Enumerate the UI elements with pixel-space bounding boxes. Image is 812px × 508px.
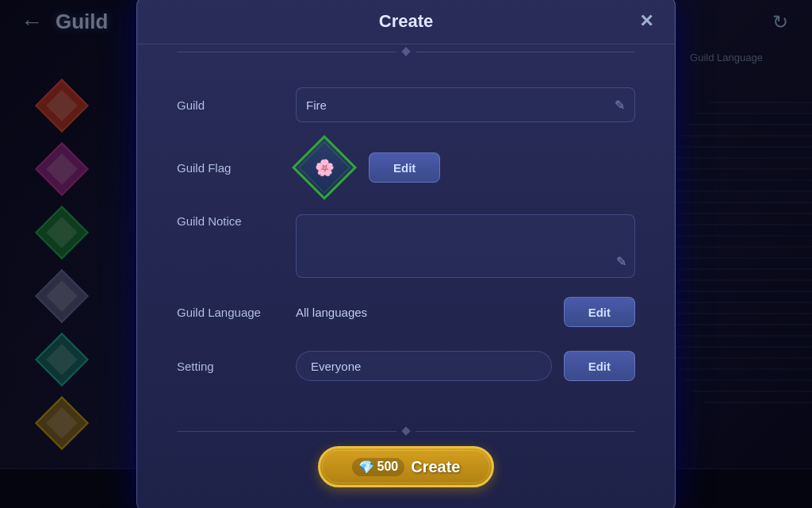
modal-title: Create — [379, 11, 433, 32]
guild-setting-content: Everyone Edit — [296, 351, 635, 381]
guild-notice-label: Guild Notice — [177, 214, 296, 228]
guild-flag-content: 🌸 Edit — [296, 139, 635, 196]
cost-number: 500 — [377, 460, 399, 474]
guild-setting-label: Setting — [177, 360, 296, 373]
setting-edit-button[interactable]: Edit — [564, 351, 635, 381]
create-guild-modal: Create ✕ Guild Fire ✎ Guild Flag — [136, 0, 676, 508]
guild-flag-label: Guild Flag — [177, 161, 296, 175]
flag-edit-button[interactable]: Edit — [369, 152, 440, 183]
modal-body: Guild Fire ✎ Guild Flag 🌸 Edit — [137, 69, 675, 416]
notice-area: ✎ — [296, 214, 635, 278]
guild-notice-row: Guild Notice ✎ — [177, 210, 635, 278]
modal-create-button[interactable]: 💎 500 Create — [318, 446, 495, 487]
footer-sep-line-right — [416, 431, 635, 432]
sep-line-right — [416, 52, 635, 52]
guild-language-content: All languages Edit — [296, 297, 635, 327]
setting-value-box: Everyone — [296, 351, 552, 381]
modal-footer-separator — [137, 428, 675, 434]
footer-sep-diamond — [401, 426, 410, 435]
guild-notice-field[interactable]: ✎ — [296, 214, 635, 278]
modal-footer: 💎 500 Create — [137, 446, 675, 487]
guild-language-row: Guild Language All languages Edit — [177, 292, 635, 332]
cost-badge: 💎 500 — [352, 458, 405, 476]
guild-name-edit-icon[interactable]: ✎ — [615, 98, 625, 113]
guild-name-value: Fire — [306, 98, 615, 112]
guild-language-value: All languages — [296, 306, 552, 319]
guild-name-content: Fire ✎ — [296, 87, 635, 122]
notice-edit-icon[interactable]: ✎ — [616, 254, 626, 269]
create-label: Create — [411, 458, 460, 476]
modal-top-separator — [137, 48, 675, 55]
guild-setting-row: Setting Everyone Edit — [177, 346, 635, 386]
sep-diamond — [401, 47, 410, 56]
guild-name-label: Guild — [177, 98, 296, 112]
guild-flag-row: Guild Flag 🌸 Edit — [177, 139, 635, 196]
guild-name-field[interactable]: Fire ✎ — [296, 87, 635, 122]
guild-name-row: Guild Fire ✎ — [177, 85, 635, 125]
language-edit-button[interactable]: Edit — [564, 297, 635, 327]
gem-icon: 💎 — [358, 460, 374, 475]
guild-flag-diamond-shape: 🌸 — [292, 135, 357, 200]
modal-close-button[interactable]: ✕ — [634, 9, 659, 34]
guild-flag-emblem: 🌸 — [296, 139, 353, 196]
modal-header: Create ✕ — [137, 0, 675, 44]
sep-line-left — [177, 52, 396, 52]
guild-language-label: Guild Language — [177, 306, 296, 319]
flag-area: 🌸 Edit — [296, 139, 440, 196]
flag-inner-icon: 🌸 — [315, 158, 335, 177]
setting-value: Everyone — [311, 360, 361, 373]
footer-sep-line-left — [177, 431, 396, 432]
